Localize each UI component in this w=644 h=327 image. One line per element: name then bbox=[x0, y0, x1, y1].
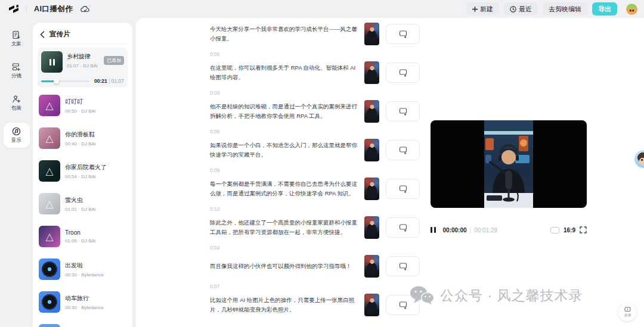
track-thumbnail[interactable] bbox=[39, 127, 60, 149]
elapsed-time: 00:21 bbox=[94, 78, 107, 84]
video-preview[interactable] bbox=[431, 120, 587, 208]
track-row[interactable]: 你的滑板鞋00:40 · DJ BAi bbox=[39, 127, 126, 149]
track-meta: 01:07 · DJ BAi bbox=[67, 63, 100, 68]
fullscreen-icon[interactable] bbox=[580, 226, 587, 233]
player-right-controls: 16:9 bbox=[550, 226, 587, 233]
new-button[interactable]: 新建 bbox=[466, 2, 499, 15]
nav-label: 包装 bbox=[11, 105, 21, 112]
segment-frame-thumbnail[interactable] bbox=[364, 61, 379, 84]
background-fill-toggle-icon[interactable] bbox=[550, 227, 559, 233]
segment-frame-thumbnail[interactable] bbox=[364, 255, 379, 278]
track-row[interactable]: Troon01:05 · DJ BAi bbox=[39, 226, 126, 247]
transcript-row: 今天给大家分享一个我非常喜欢的学习成长平台——风之馨小报童。 bbox=[210, 23, 420, 45]
transcript-row: 0:09 每一个案例都是干货满满，不需要你自己去思考为什么要这么做，而是通过案例… bbox=[210, 167, 420, 200]
player-pause-button[interactable] bbox=[431, 227, 436, 233]
segment-timestamp: 0:10 bbox=[210, 206, 420, 213]
replace-image-button[interactable] bbox=[386, 256, 420, 276]
segment-timestamp: 0:06 bbox=[210, 129, 420, 135]
time-separator: | bbox=[109, 78, 110, 84]
topbar-actions: 新建 最近 去剪映编辑 导出 bbox=[466, 2, 638, 15]
new-button-label: 新建 bbox=[480, 5, 493, 14]
segment-frame-thumbnail[interactable] bbox=[364, 23, 379, 45]
plus-icon bbox=[472, 7, 478, 12]
track-thumbnail[interactable] bbox=[39, 259, 60, 280]
segment-text[interactable]: 在这里呢，你可以看到很多关于 RPA 自动化、智能体和 AI 绘图等内容。 bbox=[210, 63, 358, 82]
segment-text[interactable]: 比如这个用 AI 给图片上色的操作，只需要上传一张黑白照片，几秒钟就能变身为彩色… bbox=[210, 295, 358, 314]
track-title: 动车旅行 bbox=[65, 294, 104, 303]
pause-overlay-icon[interactable] bbox=[41, 51, 63, 73]
replace-image-button[interactable] bbox=[386, 101, 420, 122]
frame-add-icon bbox=[399, 146, 407, 154]
segment-frame-thumbnail[interactable] bbox=[364, 216, 379, 239]
active-track-thumbnail[interactable] bbox=[41, 51, 63, 73]
capcut-logo-icon[interactable] bbox=[6, 2, 21, 15]
replace-image-button[interactable] bbox=[386, 140, 420, 160]
go-edit-button[interactable]: 去剪映编辑 bbox=[543, 2, 587, 15]
aspect-ratio-label[interactable]: 16:9 bbox=[564, 227, 575, 233]
replace-image-button[interactable] bbox=[386, 217, 420, 238]
export-button[interactable]: 导出 bbox=[592, 2, 617, 15]
transcript-row: 0:10 除此之外，他还建立了一个高质量的小报童家庭群和小报童工具箱，把所有学习… bbox=[210, 206, 420, 239]
nav-item-packaging[interactable]: 包装 bbox=[4, 91, 30, 116]
segment-frame-thumbnail[interactable] bbox=[364, 100, 379, 123]
segment-text[interactable]: 而且像我这样的小伙伴也可以额外得到他的学习指导哦！ bbox=[210, 261, 358, 271]
track-thumbnail[interactable] bbox=[39, 291, 60, 313]
slider-knob[interactable] bbox=[54, 79, 59, 84]
music-panel-title: 宣传片 bbox=[49, 30, 70, 39]
track-thumbnail[interactable] bbox=[39, 226, 60, 247]
feedback-button[interactable]: 反馈 bbox=[618, 303, 636, 321]
segment-text[interactable]: 他不是枯燥的知识堆砌，而是通过一个个真实的案例来进行拆解分析，手把手地教你学会使… bbox=[210, 102, 358, 121]
nav-item-music[interactable]: 音乐 bbox=[4, 123, 30, 148]
track-thumbnail[interactable] bbox=[39, 95, 60, 116]
segment-frame-thumbnail[interactable] bbox=[364, 177, 379, 200]
page-title: AI口播创作 bbox=[34, 4, 73, 14]
recent-button[interactable]: 最近 bbox=[504, 2, 538, 15]
track-title: 萤火虫 bbox=[65, 196, 96, 204]
replace-image-button[interactable] bbox=[386, 295, 420, 315]
track-title: 你的滑板鞋 bbox=[65, 130, 96, 139]
nav-item-storyboard[interactable]: 分镜 bbox=[4, 58, 30, 83]
track-progress-slider[interactable] bbox=[41, 80, 89, 82]
frame-add-icon bbox=[399, 68, 407, 77]
frame-add-icon bbox=[399, 262, 407, 270]
track-title: 乡村旋律 bbox=[67, 52, 100, 61]
recent-button-label: 最近 bbox=[519, 5, 532, 14]
replace-image-button[interactable] bbox=[386, 179, 420, 199]
track-meta: 00:50 · DJ BAi bbox=[65, 108, 96, 114]
segment-frame-thumbnail[interactable] bbox=[364, 294, 379, 316]
segment-text[interactable]: 今天给大家分享一个我非常喜欢的学习成长平台——风之馨小报童。 bbox=[210, 24, 358, 43]
track-row[interactable]: 出发啦00:30 · Bytedance bbox=[39, 259, 126, 280]
track-row[interactable]: 动车旅行00:30 · Bytedance bbox=[39, 291, 126, 313]
player-controls: 00:00:00 | 00:01:28 16:9 bbox=[431, 224, 587, 236]
segment-timestamp: 0:09 bbox=[210, 167, 420, 174]
segment-text[interactable]: 如果说你是一个小白，不知道怎么入门，那么这里就是帮你快速学习的宝藏平台。 bbox=[210, 141, 358, 160]
cloud-sync-icon[interactable] bbox=[80, 5, 90, 13]
segment-text[interactable]: 除此之外，他还建立了一个高质量的小报童家庭群和小报童工具箱，把所有学习资源都放在… bbox=[210, 218, 358, 237]
track-row[interactable]: 你家后院着火了00:54 · DJ BAi bbox=[39, 160, 126, 182]
main-content: 今天给大家分享一个我非常喜欢的学习成长平台——风之馨小报童。 0:06 在这里呢… bbox=[136, 18, 644, 327]
replace-image-button[interactable] bbox=[386, 63, 420, 83]
track-thumbnail[interactable] bbox=[39, 160, 60, 182]
user-avatar[interactable] bbox=[626, 3, 638, 15]
go-edit-button-label: 去剪映编辑 bbox=[549, 5, 581, 14]
storyboard-icon bbox=[12, 63, 21, 71]
active-track-card[interactable]: 乡村旋律 01:07 · DJ BAi 已添加 00:21 | 01:07 bbox=[38, 48, 128, 88]
track-row[interactable]: 幸福花儿 bbox=[39, 324, 126, 327]
replace-image-button[interactable] bbox=[386, 24, 420, 44]
back-chevron-icon[interactable] bbox=[40, 31, 45, 38]
track-row[interactable]: 叮叮叮00:50 · DJ BAi bbox=[39, 95, 126, 116]
segment-frame-thumbnail[interactable] bbox=[364, 139, 379, 161]
track-thumbnail[interactable] bbox=[39, 193, 60, 214]
transcript-row: 0:06 在这里呢，你可以看到很多关于 RPA 自动化、智能体和 AI 绘图等内… bbox=[210, 51, 420, 84]
segment-timestamp: 0:09 bbox=[210, 90, 420, 96]
nav-item-copywriting[interactable]: 文案 bbox=[4, 26, 30, 51]
transcript-row: 0:07 比如这个用 AI 给图片上色的操作，只需要上传一张黑白照片，几秒钟就能… bbox=[210, 284, 420, 316]
segment-text[interactable]: 每一个案例都是干货满满，不需要你自己去思考为什么要这么做，而是通过案例式的分享，… bbox=[210, 179, 358, 198]
track-thumbnail[interactable] bbox=[39, 324, 60, 327]
track-title: 出发啦 bbox=[65, 261, 104, 270]
feedback-label: 反馈 bbox=[624, 313, 631, 317]
track-list: 叮叮叮00:50 · DJ BAi 你的滑板鞋00:40 · DJ BAi 你家… bbox=[38, 88, 128, 327]
track-time-readout: 00:21 | 01:07 bbox=[94, 78, 124, 84]
added-badge: 已添加 bbox=[104, 56, 124, 65]
track-row[interactable]: 萤火虫01:01 · DJ BAi bbox=[39, 193, 126, 214]
